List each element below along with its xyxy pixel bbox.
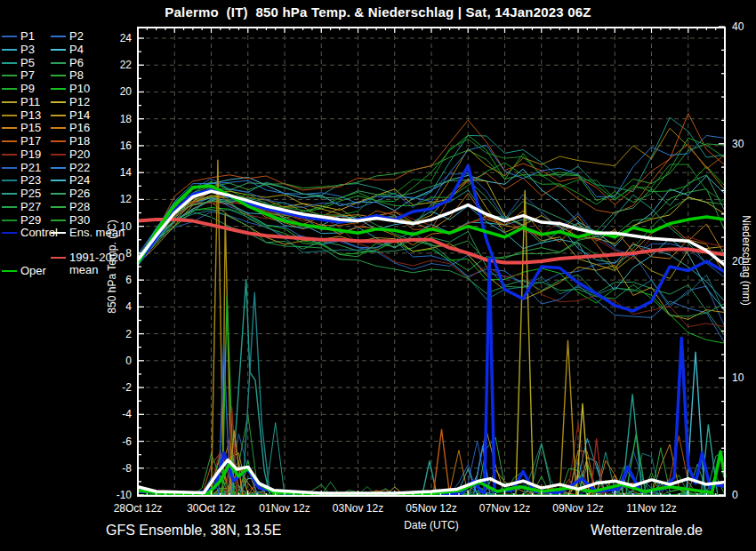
tick-label: -2	[122, 381, 132, 394]
tick-label: 30	[732, 138, 744, 150]
tick-label: 22	[120, 59, 133, 71]
tick-label: 10	[732, 371, 744, 384]
tick-label: 10	[120, 220, 133, 233]
tick-label: 0	[732, 489, 738, 501]
tick-label: 11Nov 12z	[626, 502, 676, 515]
tick-label: 12	[120, 193, 133, 205]
x-axis-label: Date (UTC)	[404, 519, 458, 531]
tick-label: 14	[120, 166, 133, 179]
meteogram-page: Palermo (IT) 850 hPa Temp. & Niederschla…	[0, 0, 756, 551]
tick-label: 30Oct 12z	[187, 502, 236, 515]
tick-label: -6	[122, 435, 132, 448]
y-axis-label-precip: Niederschlag (mm)	[740, 215, 752, 305]
watermark-text: Wetterzentrale.de	[591, 523, 703, 539]
tick-label: 03Nov 12z	[333, 502, 383, 515]
tick-label: 05Nov 12z	[406, 502, 456, 515]
tick-label: 20	[120, 85, 133, 98]
tick-label: 2	[125, 328, 132, 340]
axes: -10-8-6-4-202468101214161820222401020304…	[114, 20, 744, 515]
model-info-text: GFS Ensemble, 38N, 13.5E	[106, 523, 281, 539]
tick-label: 4	[125, 300, 132, 313]
tick-label: -4	[122, 408, 132, 420]
tick-label: 07Nov 12z	[479, 502, 530, 515]
tick-label: 28Oct 12z	[114, 502, 163, 515]
tick-label: 0	[125, 355, 132, 367]
tick-label: -10	[117, 489, 133, 501]
y-axis-label-temp: 850 hPa Temp. (°C)	[106, 220, 118, 313]
tick-label: -8	[122, 462, 132, 475]
tick-label: 01Nov 12z	[259, 502, 310, 515]
tick-label: 6	[125, 274, 132, 286]
tick-label: 16	[120, 140, 133, 152]
tick-label: 18	[120, 113, 133, 125]
tick-label: 24	[120, 32, 133, 44]
tick-label: 8	[125, 247, 132, 260]
tick-label: 09Nov 12z	[552, 502, 603, 515]
tick-label: 40	[732, 20, 744, 33]
